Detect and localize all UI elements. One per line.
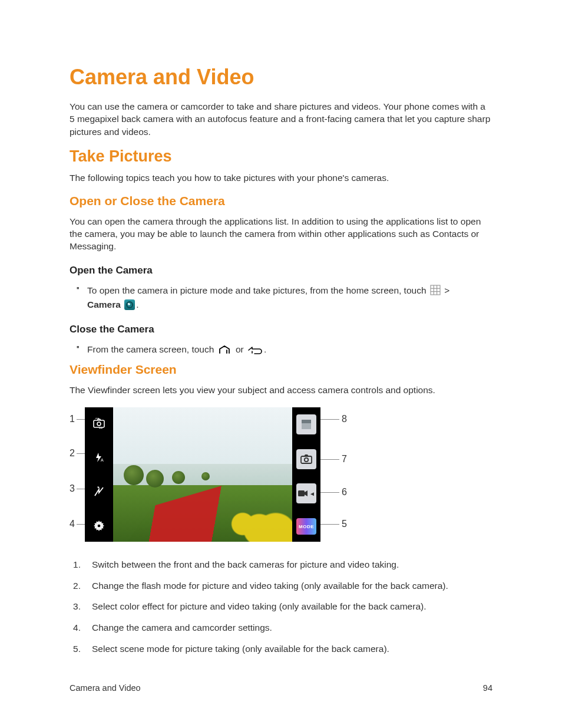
open-step-text-pre: To open the camera in picture mode and t… bbox=[87, 285, 429, 295]
open-close-intro: You can open the camera through the appl… bbox=[70, 215, 492, 253]
close-camera-heading: Close the Camera bbox=[70, 324, 492, 335]
take-pictures-intro: The following topics teach you how to ta… bbox=[70, 172, 492, 184]
close-camera-step: From the camera screen, touch or . bbox=[87, 342, 492, 357]
viewfinder-heading: Viewfinder Screen bbox=[70, 363, 492, 377]
svg-point-13 bbox=[305, 458, 308, 462]
viewfinder-figure: 1 2 3 4 8 7 6 5 A bbox=[70, 406, 350, 544]
callout-1: 1 bbox=[70, 414, 75, 424]
viewfinder-screen: A bbox=[85, 407, 320, 542]
switch-camera-icon[interactable] bbox=[90, 414, 108, 432]
legend-item-5: Select scene mode for picture taking (on… bbox=[85, 643, 492, 655]
open-step-camera-label: Camera bbox=[87, 299, 123, 309]
svg-rect-5 bbox=[94, 420, 104, 427]
svg-rect-14 bbox=[298, 490, 305, 496]
take-pictures-heading: Take Pictures bbox=[70, 147, 492, 166]
video-mode-icon[interactable] bbox=[296, 483, 316, 503]
svg-rect-11 bbox=[302, 420, 311, 423]
callout-2: 2 bbox=[70, 448, 75, 459]
intro-paragraph: You can use the camera or camcorder to t… bbox=[70, 100, 492, 138]
footer-section-name: Camera and Video bbox=[70, 683, 141, 693]
open-camera-heading: Open the Camera bbox=[70, 265, 492, 276]
open-step-gt: > bbox=[442, 285, 449, 295]
svg-point-6 bbox=[97, 422, 101, 426]
svg-text:A: A bbox=[101, 458, 104, 462]
gallery-thumbnail-icon[interactable] bbox=[296, 414, 316, 434]
open-step-period: . bbox=[136, 299, 138, 309]
callout-6: 6 bbox=[342, 487, 347, 498]
apps-grid-icon bbox=[430, 285, 441, 295]
callout-8: 8 bbox=[342, 414, 347, 424]
viewfinder-legend-list: Switch between the front and the back ca… bbox=[70, 558, 492, 655]
camera-app-icon bbox=[124, 299, 135, 310]
page-footer: Camera and Video 94 bbox=[70, 683, 492, 693]
color-effect-icon[interactable] bbox=[90, 483, 108, 500]
page-title: Camera and Video bbox=[70, 65, 492, 90]
open-camera-step: To open the camera in picture mode and t… bbox=[87, 284, 492, 312]
legend-item-1: Switch between the front and the back ca… bbox=[85, 558, 492, 571]
footer-page-number: 94 bbox=[483, 683, 492, 693]
viewfinder-right-toolbar: MODE bbox=[292, 407, 320, 542]
legend-item-4: Change the camera and camcorder settings… bbox=[85, 621, 492, 634]
shutter-camera-icon[interactable] bbox=[296, 449, 316, 469]
open-close-heading: Open or Close the Camera bbox=[70, 194, 492, 208]
svg-point-9 bbox=[98, 525, 101, 528]
callout-4: 4 bbox=[70, 519, 75, 529]
callout-3: 3 bbox=[70, 483, 75, 494]
scene-mode-label: MODE bbox=[299, 524, 314, 529]
viewfinder-intro: The Viewfinder screen lets you view your… bbox=[70, 384, 492, 396]
legend-item-2: Change the flash mode for picture and vi… bbox=[85, 579, 492, 592]
close-step-pre: From the camera screen, touch bbox=[87, 344, 217, 354]
back-icon bbox=[247, 346, 263, 354]
viewfinder-preview bbox=[113, 407, 292, 542]
svg-rect-12 bbox=[301, 456, 312, 463]
home-icon bbox=[218, 345, 232, 354]
close-step-or: or bbox=[233, 344, 246, 354]
open-camera-list: To open the camera in picture mode and t… bbox=[70, 284, 492, 312]
flash-mode-icon[interactable]: A bbox=[90, 449, 108, 466]
callout-7: 7 bbox=[342, 454, 347, 465]
legend-item-3: Select color effect for picture and vide… bbox=[85, 600, 492, 613]
close-step-period: . bbox=[264, 344, 266, 354]
svg-rect-0 bbox=[431, 285, 440, 295]
callout-5: 5 bbox=[342, 519, 347, 529]
settings-gear-icon[interactable] bbox=[90, 517, 108, 535]
scene-mode-button[interactable]: MODE bbox=[296, 518, 316, 535]
viewfinder-left-toolbar: A bbox=[85, 407, 113, 542]
close-camera-list: From the camera screen, touch or . bbox=[70, 342, 492, 357]
